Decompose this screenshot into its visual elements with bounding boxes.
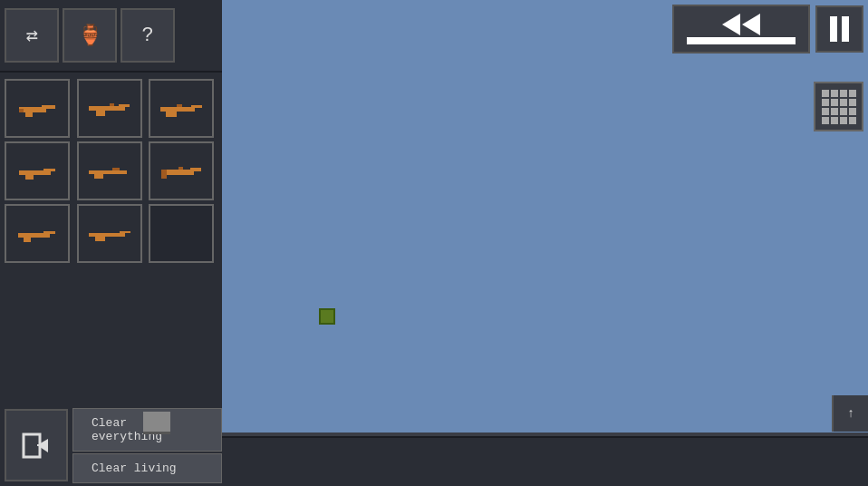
svg-rect-3 [19, 109, 24, 112]
gun-icon-4 [14, 162, 60, 180]
svg-rect-1 [42, 105, 55, 109]
weapon-slot-5[interactable] [77, 141, 142, 200]
transfer-icon: ⇄ [25, 24, 37, 48]
weapon-slot-7[interactable] [5, 204, 70, 263]
top-right-controls [672, 5, 863, 53]
svg-rect-17 [112, 168, 120, 170]
gun-icon-3 [159, 100, 204, 118]
progress-bar [687, 37, 796, 44]
svg-rect-10 [166, 112, 177, 117]
bottom-right-entity: ↑ [832, 395, 868, 432]
weapon-slot-4[interactable] [5, 141, 70, 200]
svg-rect-23 [43, 231, 55, 234]
character-entity [143, 412, 170, 434]
svg-rect-26 [120, 231, 130, 233]
bottom-bar: ↑ [222, 436, 868, 486]
left-panel: ⇄ 🏺 ? [0, 0, 222, 486]
svg-rect-27 [95, 237, 105, 241]
gun-icon-8 [87, 225, 132, 243]
svg-rect-25 [89, 233, 125, 237]
grid-toggle-button[interactable] [814, 82, 863, 131]
toolbar: ⇄ 🏺 ? [0, 0, 222, 73]
rewind-button[interactable] [672, 5, 810, 53]
bottle-button[interactable]: 🏺 [63, 8, 117, 63]
gun-icon-2 [87, 100, 132, 118]
pause-icon [830, 16, 849, 42]
svg-rect-11 [177, 104, 182, 107]
svg-rect-9 [191, 105, 202, 108]
svg-rect-5 [119, 104, 130, 107]
gun-icon-7 [14, 225, 60, 243]
transfer-button[interactable]: ⇄ [5, 8, 59, 63]
svg-rect-6 [96, 111, 105, 116]
entity-icon: ↑ [847, 406, 854, 421]
bottle-icon: 🏺 [78, 24, 102, 48]
weapon-slot-3[interactable] [149, 79, 214, 138]
weapon-slot-9[interactable] [149, 204, 214, 263]
exit-icon [21, 430, 53, 462]
gun-icon-6 [159, 162, 204, 180]
grid-icon [822, 90, 856, 124]
gun-icon-5 [87, 162, 132, 180]
game-area [222, 0, 868, 436]
svg-rect-16 [94, 174, 103, 179]
svg-rect-20 [161, 170, 167, 179]
svg-rect-15 [89, 170, 127, 174]
svg-rect-8 [160, 107, 195, 112]
weapon-slot-8[interactable] [77, 204, 142, 263]
svg-rect-19 [190, 168, 201, 171]
question-icon: ? [141, 24, 153, 47]
svg-rect-2 [25, 112, 33, 117]
weapon-slot-6[interactable] [149, 141, 214, 200]
svg-rect-14 [25, 175, 34, 180]
svg-rect-24 [24, 238, 31, 242]
weapon-grid [0, 74, 222, 267]
svg-rect-13 [43, 169, 55, 171]
svg-rect-7 [110, 103, 114, 106]
exit-button[interactable] [5, 409, 68, 481]
svg-rect-21 [178, 167, 183, 170]
weapon-slot-2[interactable] [77, 79, 142, 138]
green-block-entity [319, 308, 335, 325]
weapon-slot-1[interactable] [5, 79, 70, 138]
help-button[interactable]: ? [121, 8, 175, 63]
pause-button[interactable] [815, 5, 863, 53]
bottom-left-panel: Clear everything Clear living [0, 404, 222, 486]
gun-icon-1 [14, 100, 60, 118]
rewind-icon [722, 14, 760, 35]
clear-living-button[interactable]: Clear living [72, 453, 222, 483]
